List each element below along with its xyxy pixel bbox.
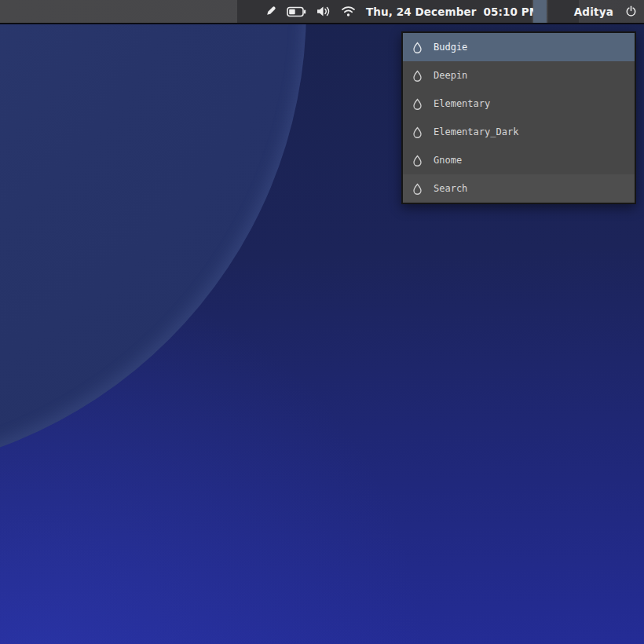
power-icon[interactable] [624,5,638,19]
menu-item-deepin[interactable]: Deepin [403,61,635,90]
droplet-icon [412,126,423,138]
volume-icon[interactable] [316,5,331,19]
wallpaper-circle-shape [0,0,306,476]
droplet-icon [412,183,423,195]
battery-icon[interactable] [287,5,306,19]
desktop: Budgie Deepin Elementary Elementary_Dark… [0,0,644,644]
menu-item-label: Search [434,183,467,194]
panel-active-indicator[interactable] [533,0,547,23]
pencil-icon[interactable] [263,5,277,19]
menu-item-label: Elementary [434,98,490,109]
menu-item-elementary[interactable]: Elementary [403,90,635,118]
menu-item-label: Budgie [434,42,467,53]
menu-item-gnome[interactable]: Gnome [403,146,635,174]
clock-date: Thu, 24 December [366,5,476,18]
droplet-icon [412,42,423,53]
status-tray-applet: Thu, 24 December 05:10 PM [237,0,532,23]
clock[interactable]: Thu, 24 December 05:10 PM [366,5,540,18]
menu-item-label: Gnome [434,155,462,166]
droplet-icon [412,98,423,110]
wifi-icon[interactable] [341,5,356,19]
droplet-icon [412,155,423,166]
theme-menu: Budgie Deepin Elementary Elementary_Dark… [401,31,636,204]
menu-item-budgie[interactable]: Budgie [403,33,635,61]
user-area: Aditya [574,0,638,23]
top-panel: Thu, 24 December 05:10 PM Aditya [0,0,644,24]
user-menu-button[interactable]: Aditya [574,5,613,18]
droplet-icon [412,70,423,82]
menu-item-label: Deepin [434,70,467,81]
menu-item-search[interactable]: Search [403,174,635,203]
menu-item-elementary-dark[interactable]: Elementary_Dark [403,118,635,146]
menu-item-label: Elementary_Dark [434,126,518,137]
clock-time: 05:10 PM [483,5,540,18]
